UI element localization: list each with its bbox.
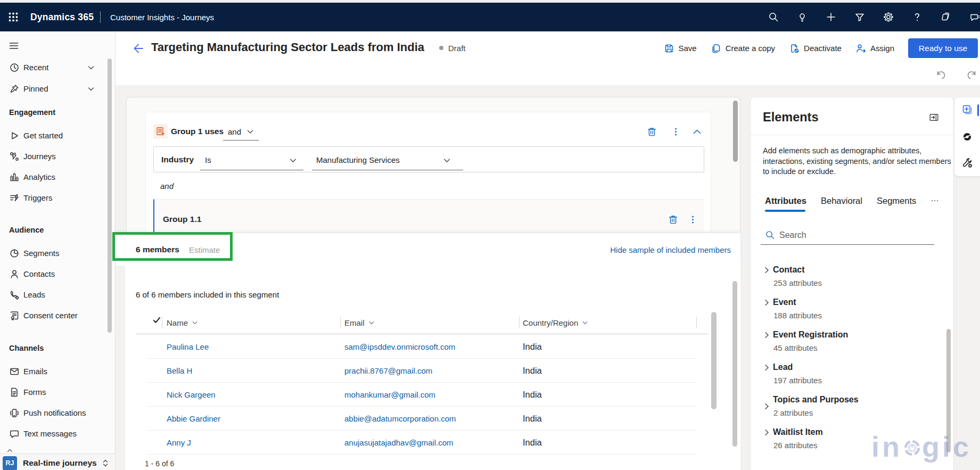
tab-behavioral[interactable]: Behavioral xyxy=(821,196,862,206)
sidebar-item-segments[interactable]: Segments xyxy=(0,243,106,263)
delete-group-icon[interactable] xyxy=(647,127,657,137)
member-name-link[interactable]: Nick Gargeen xyxy=(167,390,216,399)
column-header-name[interactable]: Name xyxy=(167,318,198,327)
member-name-link[interactable]: Abbie Gardiner xyxy=(167,414,220,423)
sidebar-item-emails[interactable]: Emails xyxy=(0,361,106,382)
entity-item-contact[interactable]: Contact 253 attributes xyxy=(763,266,939,292)
ready-to-use-button[interactable]: Ready to use xyxy=(908,38,978,58)
sidebar-item-label: Recent xyxy=(23,63,49,72)
condition-value-dropdown[interactable]: Manufacturing Services xyxy=(316,155,400,164)
elements-rail-tab-icon[interactable] xyxy=(962,104,973,115)
tab-overflow-icon[interactable]: … xyxy=(930,194,940,203)
sidebar-item-leads[interactable]: Leads xyxy=(0,284,106,305)
sidebar-item-text-messages[interactable]: Text messages xyxy=(0,423,106,444)
status-label: Draft xyxy=(448,44,466,53)
collapse-panel-icon[interactable] xyxy=(929,112,939,122)
lightbulb-icon[interactable] xyxy=(797,12,808,22)
column-header-email[interactable]: Email xyxy=(344,318,375,327)
column-header-country[interactable]: Country/Region xyxy=(523,318,588,327)
wrench-gear-rail-icon[interactable] xyxy=(961,157,973,169)
sidebar-item-analytics[interactable]: Analytics xyxy=(0,167,106,187)
add-icon[interactable] xyxy=(826,12,836,22)
create-copy-button[interactable]: Create a copy xyxy=(711,43,775,54)
entity-item-waitlist-item[interactable]: Waitlist Item 26 attributes xyxy=(763,428,939,455)
undo-icon[interactable] xyxy=(935,69,947,81)
back-arrow-icon[interactable] xyxy=(132,42,145,55)
filter-icon[interactable] xyxy=(854,12,865,22)
collapse-group-icon[interactable] xyxy=(692,127,702,137)
tab-segments[interactable]: Segments xyxy=(877,196,916,206)
sidebar-item-get-started[interactable]: Get started xyxy=(0,125,106,146)
chevron-down-icon[interactable] xyxy=(87,85,95,93)
entity-item-event[interactable]: Event 188 attributes xyxy=(763,298,939,325)
save-button[interactable]: Save xyxy=(664,43,697,54)
member-name-link[interactable]: Bella H xyxy=(167,366,192,375)
chevron-right-icon xyxy=(763,267,770,274)
status-badge: Draft xyxy=(439,42,466,54)
entity-item-event-registration[interactable]: Event Registration 45 attributes xyxy=(763,331,939,357)
condition-operator-dropdown[interactable]: Is xyxy=(205,155,211,164)
app-name[interactable]: Customer Insights - Journeys xyxy=(110,3,214,31)
sidebar-item-pinned[interactable]: Pinned xyxy=(0,78,106,99)
member-email-link[interactable]: prachii.8767@gmail.com xyxy=(344,366,432,375)
active-tab-indicator xyxy=(765,210,805,212)
member-email-link[interactable]: abbie@adatumcorporation.com xyxy=(344,414,456,423)
subgroup-title: Group 1.1 xyxy=(163,215,201,224)
entity-item-topics-and-purposes[interactable]: Topics and Purposes 2 attributes xyxy=(763,395,939,422)
member-name-link[interactable]: Anny J xyxy=(167,438,191,447)
redo-icon[interactable] xyxy=(966,69,977,81)
feedback-icon[interactable] xyxy=(969,12,980,22)
sidebar-scrollbar[interactable] xyxy=(108,59,112,333)
sidebar-item-recent[interactable]: Recent xyxy=(0,57,106,78)
sidebar-item-contacts[interactable]: Contacts xyxy=(0,263,106,284)
tab-attributes[interactable]: Attributes xyxy=(765,196,806,206)
sidebar-item-forms[interactable]: Forms xyxy=(0,382,106,402)
search-icon[interactable] xyxy=(768,12,779,22)
sidebar-item-triggers[interactable]: Triggers xyxy=(0,187,106,208)
member-email-link[interactable]: mohankumar@gmail.com xyxy=(344,390,435,399)
members-panel-scrollbar[interactable] xyxy=(732,281,737,447)
sidebar-item-journeys[interactable]: Journeys xyxy=(0,146,106,167)
member-email-link[interactable]: sam@ipsddev.onmicrosoft.com xyxy=(344,342,455,351)
canvas-scrollbar[interactable] xyxy=(733,101,738,162)
brand-title[interactable]: Dynamics 365 xyxy=(30,3,94,31)
member-country: India xyxy=(523,366,542,376)
group-operator-dropdown[interactable]: and xyxy=(228,127,254,136)
area-switcher[interactable]: RJ Real-time journeys xyxy=(0,453,115,470)
chevron-down-icon[interactable] xyxy=(443,156,451,164)
member-email-link[interactable]: anujasujatajadhav@gmail.com xyxy=(344,438,454,447)
delete-subgroup-icon[interactable] xyxy=(668,215,678,225)
elements-scrollbar[interactable] xyxy=(946,329,951,452)
sidebar-item-consent-center[interactable]: Consent center xyxy=(0,305,106,326)
members-count-tab[interactable]: 6 members xyxy=(136,245,179,254)
hamburger-icon[interactable] xyxy=(9,40,19,51)
chevron-down-icon[interactable] xyxy=(289,156,297,164)
top-bar-divider xyxy=(100,11,101,23)
help-icon[interactable] xyxy=(912,12,923,22)
group-more-options-icon[interactable] xyxy=(671,127,681,137)
subgroup-more-options-icon[interactable] xyxy=(688,215,698,225)
table-scrollbar[interactable] xyxy=(711,312,717,409)
area-switcher-icon[interactable] xyxy=(101,459,110,467)
right-icon-rail xyxy=(954,97,980,176)
copilot-rail-icon[interactable] xyxy=(962,131,973,142)
row-separator xyxy=(148,430,696,431)
waffle-icon[interactable] xyxy=(4,8,22,26)
chevron-down-icon[interactable] xyxy=(87,64,95,71)
search-input[interactable] xyxy=(779,229,928,241)
assign-button[interactable]: Assign xyxy=(855,43,894,54)
settings-icon[interactable] xyxy=(883,12,894,22)
area-badge: RJ xyxy=(3,456,17,470)
chevron-down-icon xyxy=(582,319,588,326)
deactivate-button[interactable]: Deactivate xyxy=(789,43,842,54)
copilot-icon[interactable] xyxy=(941,12,951,22)
row-separator xyxy=(148,382,696,383)
hide-sample-link[interactable]: Hide sample of included members xyxy=(610,245,731,254)
entity-item-lead[interactable]: Lead 197 attributes xyxy=(763,363,939,390)
certificate-icon xyxy=(9,310,20,321)
checkmark-icon[interactable] xyxy=(153,316,161,324)
member-name-link[interactable]: Paulina Lee xyxy=(167,342,209,351)
estimate-tab[interactable]: Estimate xyxy=(189,245,220,254)
row-separator xyxy=(148,406,696,407)
sidebar-item-push-notifications[interactable]: Push notifications xyxy=(0,402,106,423)
